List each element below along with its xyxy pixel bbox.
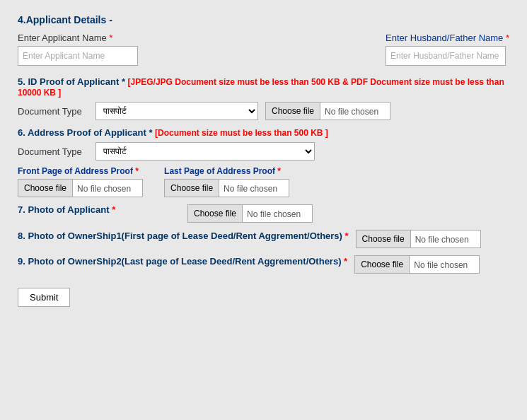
ownership2-label: 9. Photo of OwnerShip2(Last page of Leas… <box>18 255 347 268</box>
submit-button[interactable]: Submit <box>18 288 70 307</box>
applicant-name-label: Enter Applicant Name * <box>18 33 138 43</box>
photo-applicant-label: 7. Photo of Applicant * <box>18 204 180 215</box>
id-proof-choose-file-btn[interactable]: Choose file <box>265 102 320 120</box>
front-page-choose-file-btn[interactable]: Choose file <box>18 179 72 197</box>
ownership1-no-file-text: No file chosen <box>410 230 481 248</box>
ownership1-row: 8. Photo of OwnerShip1(First page of Lea… <box>18 230 509 248</box>
photo-applicant-file-input: Choose file No file chosen <box>187 204 313 223</box>
id-proof-doc-type-label: Document Type <box>18 106 88 117</box>
front-page-file-input: Choose file No file chosen <box>18 179 143 197</box>
photo-applicant-row: 7. Photo of Applicant * Choose file No f… <box>18 204 509 223</box>
ownership1-file-input: Choose file No file chosen <box>356 230 481 248</box>
last-page-group: Last Page of Address Proof * Choose file… <box>164 166 289 197</box>
id-proof-doc-type-select[interactable]: पासपोर्ट आधार कार्ड वोटर ID ड्राइविंग ला… <box>95 102 258 120</box>
top-fields: Enter Applicant Name * Enter Husband/Fat… <box>18 33 509 66</box>
id-proof-doc-type-row: Document Type पासपोर्ट आधार कार्ड वोटर I… <box>18 102 509 120</box>
front-page-no-file-text: No file chosen <box>72 179 143 197</box>
photo-applicant-no-file-text: No file chosen <box>242 204 313 223</box>
ownership1-choose-file-btn[interactable]: Choose file <box>356 230 410 248</box>
applicant-name-group: Enter Applicant Name * <box>18 33 138 66</box>
photo-applicant-choose-file-btn[interactable]: Choose file <box>187 204 242 223</box>
section4-header: 4.Applicant Details - <box>18 14 509 25</box>
address-proof-section: 6. Address Proof of Applicant * [Documen… <box>18 127 509 197</box>
ownership2-row: 9. Photo of OwnerShip2(Last page of Leas… <box>18 255 509 274</box>
front-last-row: Front Page of Address Proof * Choose fil… <box>18 166 509 197</box>
front-page-group: Front Page of Address Proof * Choose fil… <box>18 166 143 197</box>
id-proof-file-input: Choose file No file chosen <box>265 102 390 120</box>
address-doc-type-label: Document Type <box>18 146 88 157</box>
husband-name-label: Enter Husband/Father Name * <box>386 33 509 43</box>
front-page-label: Front Page of Address Proof * <box>18 166 143 176</box>
ownership2-no-file-text: No file chosen <box>409 255 480 274</box>
ownership2-choose-file-btn[interactable]: Choose file <box>354 255 409 274</box>
section4-dash: - <box>106 14 112 25</box>
husband-name-group: Enter Husband/Father Name * <box>386 33 509 66</box>
form-container: 4.Applicant Details - Enter Applicant Na… <box>7 7 520 314</box>
husband-name-input[interactable] <box>386 46 506 66</box>
id-proof-no-file-text: No file chosen <box>320 102 390 120</box>
address-doc-type-row: Document Type पासपोर्ट आधार कार्ड वोटर I… <box>18 142 509 161</box>
last-page-choose-file-btn[interactable]: Choose file <box>164 179 219 197</box>
last-page-label: Last Page of Address Proof * <box>164 166 289 176</box>
ownership1-label: 8. Photo of OwnerShip1(First page of Lea… <box>18 230 349 243</box>
applicant-name-input[interactable] <box>18 46 138 66</box>
ownership2-file-input: Choose file No file chosen <box>354 255 480 274</box>
last-page-no-file-text: No file chosen <box>219 179 289 197</box>
section4-title: 4.Applicant Details <box>18 14 106 25</box>
last-page-file-input: Choose file No file chosen <box>164 179 289 197</box>
id-proof-section: 5. ID Proof of Applicant * [JPEG/JPG Doc… <box>18 76 509 120</box>
address-doc-type-select[interactable]: पासपोर्ट आधार कार्ड वोटर ID ड्राइविंग ला… <box>95 142 315 161</box>
id-proof-title: 5. ID Proof of Applicant * [JPEG/JPG Doc… <box>18 76 509 98</box>
address-proof-title: 6. Address Proof of Applicant * [Documen… <box>18 127 509 138</box>
